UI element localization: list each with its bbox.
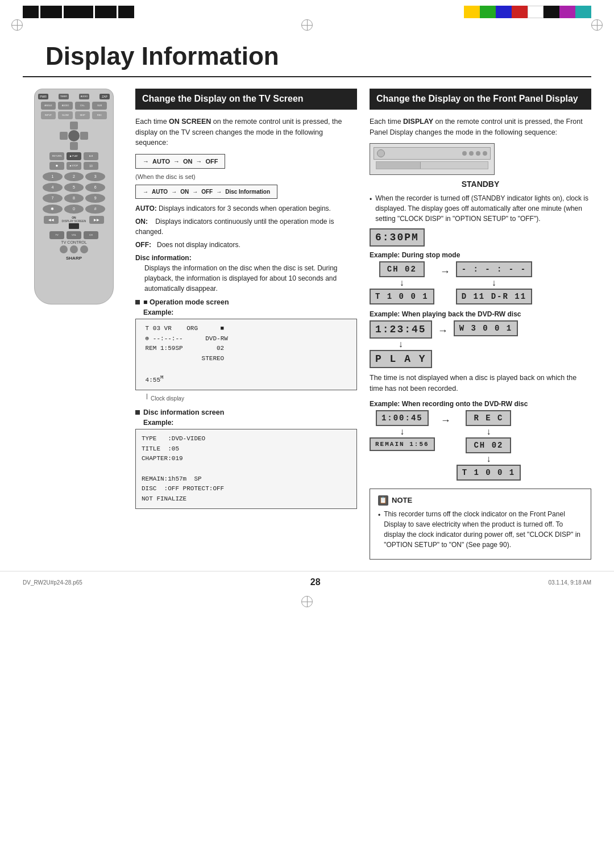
arrow3: → — [171, 189, 177, 195]
remote-stop-btn: ■ STOP — [67, 162, 81, 170]
remote-btn-3: 3 — [85, 172, 105, 181]
registration-marks-top — [0, 18, 614, 32]
dvdrw-disp-1: 1:23:45 — [370, 320, 432, 339]
recording-diagram: 1:00:45 ↓ REMAIN 1:56 → R E C ↓ CH 02 ↓ … — [370, 410, 591, 481]
left-black-bar — [23, 6, 134, 18]
right-color-bar — [464, 6, 591, 18]
remote-slow-btn: SLOW — [58, 111, 73, 119]
stop-col-2: - : - : - - ↓ D 11 D-R 11 — [456, 261, 532, 304]
remote-control-image: PWR TIMER AUDIO ZAP ANGLE AUDIO CH+ SUB … — [34, 89, 114, 304]
remote-left-btn — [60, 132, 68, 140]
footer-filename: DV_RW2U#p24-28.p65 — [23, 579, 82, 586]
standby-bar-inner — [376, 162, 421, 169]
registration-marks-bottom — [0, 593, 614, 610]
note-content: This recorder turns off the clock indica… — [384, 509, 583, 550]
disc-info-screen-label: Disc information screen — [143, 408, 224, 416]
dvdrw-disp-2: W 3 0 0 1 — [454, 320, 518, 336]
remote-power-btn: PWR — [38, 94, 48, 99]
indicator-1 — [462, 151, 467, 156]
example-dvdrw: Example: When playing back the DVD-RW di… — [370, 310, 591, 318]
black-rect-3 — [64, 6, 93, 18]
clock-caption-area: Clock display — [135, 394, 357, 402]
remote-subtitle-btn: SUB — [92, 102, 107, 110]
content-columns: Change the Display on the TV Screen Each… — [135, 89, 591, 560]
clock-display-caption: Clock display — [147, 395, 184, 402]
color-swatch-yellow — [464, 6, 480, 18]
on-term: ON: — [135, 218, 150, 226]
remote-btn-star: ✱ — [43, 205, 63, 214]
remote-skip-btn: REC — [92, 111, 107, 119]
dvdrw-disp-3: P L A Y — [370, 350, 432, 368]
arrow-start2: → — [143, 189, 148, 195]
seq-on: ON — [183, 158, 193, 165]
seq-off: OFF — [205, 158, 218, 165]
note-bullet-dot: • — [378, 510, 380, 550]
example-during-stop: Example: During stop mode — [370, 251, 591, 259]
top-decorative-bar — [0, 0, 614, 18]
black-rect-4 — [95, 6, 117, 18]
rec-disp-2: R E C — [466, 410, 511, 426]
arrow2: → — [196, 158, 202, 165]
disc-info-box: TYPE :DVD-VIDEO TITLE :05 CHAPTER:019 RE… — [135, 429, 357, 509]
clock-display-seg: 6:30PM — [370, 228, 425, 247]
op-spacer — [142, 364, 351, 374]
remote-rec-btn: SKIP — [75, 111, 90, 119]
op-line-3: REM 1:59SP 02 — [142, 344, 351, 354]
remote-btn-8: 8 — [64, 194, 84, 203]
right-arrow-2: → — [438, 325, 448, 337]
di-line-1: TYPE :DVD-VIDEO — [142, 434, 351, 444]
remote-vol-btn: VOL — [67, 231, 81, 239]
page-number: 28 — [310, 577, 321, 587]
dvdrw-note: The time is not displayed when a disc is… — [370, 373, 591, 394]
rec-disp-4: CH 02 — [466, 437, 511, 453]
front-panel-section: Change the Display on the Front Panel Di… — [370, 89, 591, 560]
front-panel-header: Change the Display on the Front Panel Di… — [370, 89, 591, 110]
dvdrw-col-1: 1:23:45 ↓ P L A Y — [370, 320, 432, 368]
color-swatch-green — [480, 6, 496, 18]
tv-screen-header: Change the Display on the TV Screen — [135, 89, 357, 110]
color-swatch-blue — [496, 6, 512, 18]
seq-disc-info: Disc Information — [225, 189, 270, 195]
standby-bullet-text: When the recorder is turned off (STANDBY… — [375, 193, 591, 224]
reg-mark-top-left — [11, 19, 23, 31]
right-arrow-1: → — [440, 266, 450, 278]
op-line-5: 4:55M — [142, 374, 351, 385]
right-arrow-3: → — [441, 415, 451, 427]
remote-btn-0: 0 — [64, 205, 84, 214]
op-line-4: STEREO — [142, 354, 351, 364]
note-box: 📋 NOTE • This recorder turns off the clo… — [370, 489, 591, 560]
arrow5: → — [216, 189, 222, 195]
standby-disc-icon — [377, 149, 385, 157]
standby-label: STANDBY — [370, 180, 591, 189]
di-line-2: TITLE :05 — [142, 444, 351, 454]
indicator-2 — [469, 151, 474, 156]
di-spacer — [142, 464, 351, 474]
seq-auto: AUTO — [152, 158, 170, 165]
disc-info-screen-title: Disc information screen — [135, 408, 357, 416]
arrow4: → — [192, 189, 198, 195]
standby-display-top — [374, 147, 491, 160]
remote-audio2-btn: AUDIO — [58, 102, 73, 110]
color-swatch-cyan — [575, 6, 591, 18]
bullet-dot-icon: • — [370, 194, 372, 224]
footer-date: 03.1.14, 9:18 AM — [548, 579, 591, 586]
remote-brand-label: SHARP — [38, 256, 110, 261]
remote-dpad — [60, 122, 88, 150]
remote-play-btn: ▶ PLAY — [67, 152, 81, 160]
off-def: OFF: Does not display indicators. — [135, 240, 357, 250]
reg-mark-bottom-center — [301, 596, 313, 607]
remote-ab-btn: A-B — [84, 152, 98, 160]
standby-left — [377, 149, 385, 157]
indicator-3 — [476, 151, 480, 156]
seq-auto2: AUTO — [152, 189, 168, 195]
rec-col-1: 1:00:45 ↓ REMAIN 1:56 — [370, 410, 435, 451]
front-panel-intro: Each time DISPLAY on the remote control … — [370, 116, 591, 138]
remote-btn-hash: # — [85, 205, 105, 214]
op-line-2: ⊕ --:--:-- DVD-RW — [142, 334, 351, 344]
bullet-icon — [135, 300, 140, 304]
indicator-4 — [483, 151, 487, 156]
remote-num10-btn: 10 — [84, 162, 98, 170]
stop-disp-2: - : - : - - — [456, 261, 532, 277]
page-title: Display Information — [23, 32, 591, 77]
stop-disp-1: CH 02 — [379, 261, 425, 277]
